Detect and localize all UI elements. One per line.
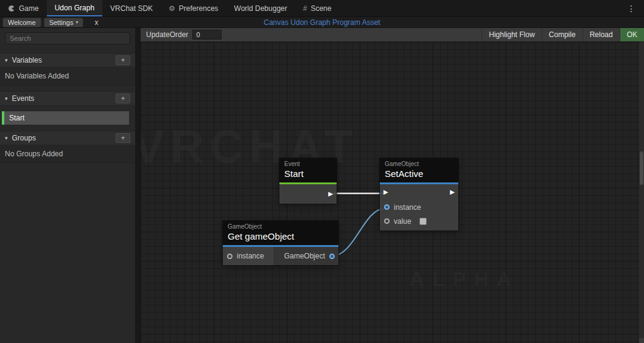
node-get-gameobject-header: GameObject Get gameObject <box>223 221 338 247</box>
tab-label: Scene <box>310 4 331 13</box>
tab-vrchat-sdk[interactable]: VRChat SDK <box>102 0 161 16</box>
add-group-button[interactable]: + <box>116 133 130 143</box>
value-input-port[interactable] <box>384 218 390 224</box>
node-category: Event <box>284 161 332 168</box>
node-setactive-header: GameObject SetActive <box>380 158 458 184</box>
value-checkbox[interactable] <box>419 218 427 225</box>
tab-scene[interactable]: # Scene <box>295 0 340 16</box>
window-body: ▾ Variables + No Variables Added ▾ Event… <box>0 28 644 343</box>
vertical-scrollbar[interactable] <box>639 42 644 343</box>
node-start-body: ▶ <box>279 184 337 204</box>
scrollbar-thumb[interactable] <box>640 151 643 185</box>
event-item-start[interactable]: Start <box>2 111 129 125</box>
graph-toolbar: Welcome Settings ▾ x Canvas Udon Graph P… <box>0 17 644 28</box>
hash-icon: # <box>303 4 307 13</box>
sidebar-splitter[interactable] <box>135 28 141 343</box>
node-category: GameObject <box>385 161 453 168</box>
foldout-icon: ▾ <box>5 95 8 102</box>
port-row-value: value <box>380 214 458 228</box>
section-groups-label: Groups <box>12 134 36 142</box>
menubar: Game Udon Graph VRChat SDK ⚙ Preferences… <box>0 0 644 17</box>
update-order-label: UpdateOrder <box>141 30 192 39</box>
node-title: Start <box>284 168 332 179</box>
section-groups[interactable]: ▾ Groups + <box>0 131 135 145</box>
no-groups-row: No Groups Added <box>0 145 135 163</box>
settings-dropdown[interactable]: Settings ▾ <box>44 18 84 27</box>
more-menu-icon[interactable]: ⋮ <box>618 0 644 16</box>
tab-label: World Debugger <box>234 4 287 13</box>
foldout-icon: ▾ <box>5 57 8 63</box>
port-row-instance: instance <box>380 200 458 214</box>
settings-label: Settings <box>49 19 74 26</box>
node-start[interactable]: Event Start ▶ <box>279 158 337 204</box>
tab-label: Game <box>19 4 39 13</box>
tab-label: VRChat SDK <box>110 4 153 13</box>
tab-preferences[interactable]: ⚙ Preferences <box>161 0 226 16</box>
gameobject-output-port[interactable] <box>329 254 335 259</box>
ok-button[interactable]: OK <box>620 28 644 41</box>
compile-button[interactable]: Compile <box>542 28 583 41</box>
graph-main: UpdateOrder Highlight Flow Compile Reloa… <box>141 28 644 343</box>
instance-cell: instance <box>223 247 275 265</box>
tab-label: Preferences <box>179 4 219 13</box>
section-variables-label: Variables <box>12 56 42 64</box>
flow-out-port[interactable]: ▶ <box>328 191 333 197</box>
tab-label: Udon Graph <box>55 4 94 12</box>
node-setactive[interactable]: GameObject SetActive ▶ ▶ instance <box>380 158 458 230</box>
scrollbar-corner <box>639 338 644 343</box>
add-variable-button[interactable]: + <box>116 55 130 65</box>
game-icon <box>8 5 15 12</box>
tab-world-debugger[interactable]: World Debugger <box>226 0 295 16</box>
node-title: Get gameObject <box>228 230 334 242</box>
flow-out-port[interactable]: ▶ <box>450 189 455 195</box>
node-start-header: Event Start <box>279 158 337 184</box>
gameobject-cell: GameObject <box>275 247 338 265</box>
welcome-button[interactable]: Welcome <box>2 18 41 27</box>
port-label: value <box>394 217 411 226</box>
tab-udon-graph[interactable]: Udon Graph <box>47 0 102 16</box>
welcome-label: Welcome <box>8 19 36 26</box>
instance-input-port[interactable] <box>227 254 233 259</box>
section-events-label: Events <box>12 94 35 103</box>
port-label: instance <box>237 252 264 260</box>
port-label: GameObject <box>284 252 325 260</box>
search-input[interactable] <box>5 32 130 44</box>
foldout-icon: ▾ <box>5 135 8 141</box>
data-wire <box>332 209 385 256</box>
no-variables-row: No Variables Added <box>0 68 135 85</box>
chevron-down-icon: ▾ <box>75 19 78 25</box>
flow-in-port[interactable]: ▶ <box>383 189 388 195</box>
node-setactive-body: ▶ ▶ instance value <box>380 184 458 230</box>
node-get-gameobject[interactable]: GameObject Get gameObject instance GameO… <box>223 221 338 265</box>
sidebar: ▾ Variables + No Variables Added ▾ Event… <box>0 28 135 343</box>
add-event-button[interactable]: + <box>116 94 130 103</box>
update-order-input[interactable] <box>192 30 222 40</box>
port-label: instance <box>394 203 421 212</box>
reload-button[interactable]: Reload <box>583 28 620 41</box>
node-category: GameObject <box>228 223 334 230</box>
section-events[interactable]: ▾ Events + <box>0 91 135 106</box>
graph-canvas[interactable]: VRCHAT ALPHA Event Start ▶ <box>141 42 644 343</box>
canvas-toolbar: UpdateOrder Highlight Flow Compile Reloa… <box>141 28 644 42</box>
flow-row: ▶ ▶ <box>380 184 458 200</box>
node-get-gameobject-body: instance GameObject <box>223 247 338 265</box>
instance-input-port[interactable] <box>384 204 390 210</box>
unity-udon-graph-window: Game Udon Graph VRChat SDK ⚙ Preferences… <box>0 0 644 343</box>
gear-icon: ⚙ <box>169 4 175 13</box>
highlight-flow-button[interactable]: Highlight Flow <box>481 28 541 41</box>
node-title: SetActive <box>385 168 453 179</box>
tab-game[interactable]: Game <box>0 0 47 16</box>
section-variables[interactable]: ▾ Variables + <box>0 53 135 68</box>
graph-tab-close[interactable]: x <box>94 18 98 27</box>
